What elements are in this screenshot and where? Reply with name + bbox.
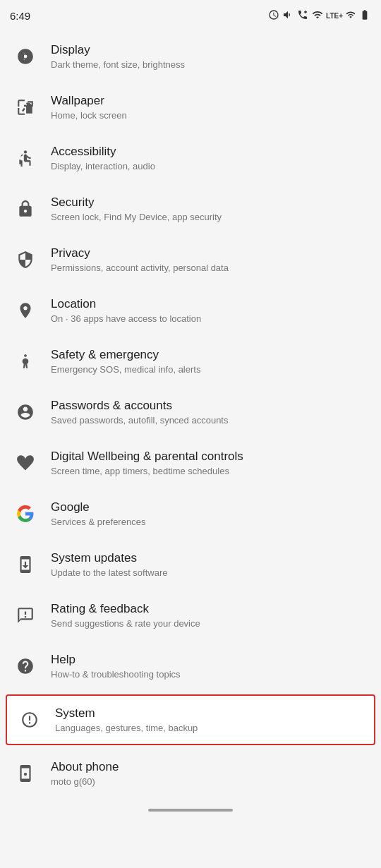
help-subtitle: How-to & troubleshooting topics — [51, 669, 370, 681]
settings-item-display[interactable]: Display Dark theme, font size, brightnes… — [0, 31, 381, 82]
location-subtitle: On · 36 apps have access to location — [51, 313, 370, 325]
wallpaper-title: Wallpaper — [51, 93, 370, 109]
privacy-title: Privacy — [51, 246, 370, 261]
help-icon — [11, 652, 40, 680]
status-time: 6:49 — [10, 10, 30, 22]
settings-item-system-updates[interactable]: System updates Update to the latest soft… — [0, 539, 381, 590]
display-title: Display — [51, 42, 370, 58]
settings-item-rating[interactable]: Rating & feedback Send suggestions & rat… — [0, 590, 381, 641]
display-icon — [11, 42, 40, 71]
help-title: Help — [51, 652, 370, 668]
rating-icon — [11, 601, 40, 629]
privacy-subtitle: Permissions, account activity, personal … — [51, 263, 370, 275]
network-icon — [312, 9, 323, 23]
volume-icon — [282, 9, 294, 23]
system-subtitle: Languages, gestures, time, backup — [55, 723, 365, 735]
svg-point-2 — [24, 354, 26, 356]
signal-icon — [346, 9, 356, 23]
safety-icon — [11, 347, 40, 375]
system-updates-title: System updates — [51, 550, 370, 566]
google-title: Google — [51, 500, 370, 515]
settings-item-help[interactable]: Help How-to & troubleshooting topics — [0, 641, 381, 692]
about-title: About phone — [51, 759, 370, 775]
svg-point-1 — [24, 150, 27, 153]
wallpaper-subtitle: Home, lock screen — [51, 110, 370, 122]
google-subtitle: Services & preferences — [51, 517, 370, 529]
google-icon — [11, 500, 40, 528]
wellbeing-subtitle: Screen time, app timers, bedtime schedul… — [51, 466, 370, 478]
status-icons: LTE+ — [268, 9, 371, 23]
about-icon — [11, 759, 40, 788]
settings-item-wellbeing[interactable]: Digital Wellbeing & parental controls Sc… — [0, 438, 381, 488]
bottom-bar — [0, 802, 381, 816]
location-icon — [11, 296, 40, 325]
settings-item-accessibility[interactable]: Accessibility Display, interaction, audi… — [0, 133, 381, 183]
settings-item-passwords[interactable]: Passwords & accounts Saved passwords, au… — [0, 387, 381, 438]
location-title: Location — [51, 296, 370, 312]
rating-title: Rating & feedback — [51, 601, 370, 617]
wellbeing-icon — [11, 449, 40, 477]
settings-item-google[interactable]: Google Services & preferences — [0, 488, 381, 539]
system-title: System — [55, 706, 365, 721]
passwords-icon — [11, 398, 40, 426]
battery-icon — [358, 9, 371, 23]
settings-item-security[interactable]: Security Screen lock, Find My Device, ap… — [0, 183, 381, 234]
system-updates-icon — [11, 550, 40, 579]
bottom-indicator — [148, 809, 233, 812]
settings-item-location[interactable]: Location On · 36 apps have access to loc… — [0, 285, 381, 336]
wifi-calling-icon — [296, 9, 309, 23]
accessibility-icon — [11, 144, 40, 172]
passwords-title: Passwords & accounts — [51, 398, 370, 414]
settings-item-wallpaper[interactable]: Wallpaper Home, lock screen — [0, 82, 381, 133]
settings-item-system[interactable]: System Languages, gestures, time, backup — [6, 694, 375, 745]
safety-title: Safety & emergency — [51, 347, 370, 363]
accessibility-subtitle: Display, interaction, audio — [51, 161, 370, 173]
settings-item-privacy[interactable]: Privacy Permissions, account activity, p… — [0, 234, 381, 285]
settings-list: Display Dark theme, font size, brightnes… — [0, 28, 381, 802]
settings-item-about[interactable]: About phone moto g(60) — [0, 748, 381, 799]
accessibility-title: Accessibility — [51, 144, 370, 159]
system-updates-subtitle: Update to the latest software — [51, 567, 370, 579]
display-subtitle: Dark theme, font size, brightness — [51, 59, 370, 71]
system-icon — [16, 706, 44, 734]
status-bar: 6:49 LTE+ — [0, 0, 381, 28]
wallpaper-icon — [11, 93, 40, 121]
security-subtitle: Screen lock, Find My Device, app securit… — [51, 212, 370, 224]
alarm-icon — [268, 9, 279, 23]
privacy-icon — [11, 246, 40, 274]
wellbeing-title: Digital Wellbeing & parental controls — [51, 449, 370, 464]
security-title: Security — [51, 195, 370, 210]
safety-subtitle: Emergency SOS, medical info, alerts — [51, 364, 370, 376]
settings-item-safety[interactable]: Safety & emergency Emergency SOS, medica… — [0, 336, 381, 387]
security-icon — [11, 195, 40, 223]
about-subtitle: moto g(60) — [51, 776, 370, 788]
passwords-subtitle: Saved passwords, autofill, synced accoun… — [51, 415, 370, 427]
rating-subtitle: Send suggestions & rate your device — [51, 618, 370, 630]
lte-icon: LTE+ — [326, 12, 343, 20]
